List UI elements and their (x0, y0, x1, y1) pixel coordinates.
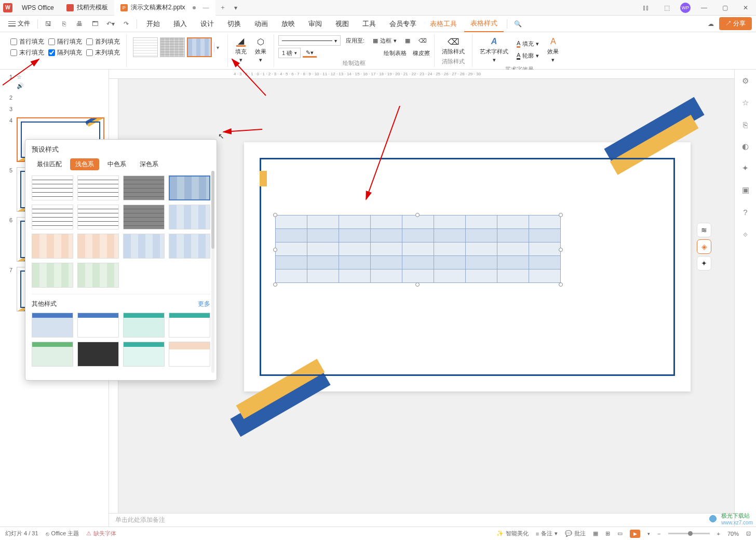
comments-button[interactable]: 💬 批注 (565, 530, 586, 537)
menu-review[interactable]: 审阅 (302, 16, 328, 32)
fill-button[interactable]: ◢ 填充▾ (232, 35, 250, 64)
eraser-button[interactable]: ⌫ (415, 36, 430, 45)
table-style-thumb-2[interactable] (160, 37, 185, 57)
theme-button[interactable]: ⎋ Office 主题 (46, 530, 79, 537)
close-button[interactable]: ✕ (735, 0, 756, 16)
draw-table-button[interactable]: ▦ (402, 36, 413, 45)
preset-style[interactable] (123, 234, 165, 259)
other-style[interactable] (123, 313, 165, 338)
reading-mode-icon[interactable]: ⫿⫿ (636, 0, 656, 16)
other-style[interactable] (32, 342, 73, 367)
line-style-select[interactable]: ▾ (278, 35, 341, 46)
popup-scroll-thumb[interactable] (211, 171, 214, 249)
sidebar-clipboard-icon[interactable]: ⎘ (739, 118, 752, 131)
menu-tools[interactable]: 工具 (356, 16, 382, 32)
line-weight-select[interactable]: 1 磅 ▾ (278, 48, 301, 58)
redo-icon[interactable]: ↷ (119, 17, 133, 31)
notes-button[interactable]: ≡ 备注 ▾ (536, 530, 558, 537)
selection-handle[interactable] (273, 248, 277, 252)
selection-handle[interactable] (273, 213, 277, 217)
other-style[interactable] (32, 313, 73, 338)
slide-thumb-2[interactable]: 2 (4, 95, 104, 101)
menu-design[interactable]: 设计 (194, 16, 220, 32)
preset-style[interactable] (77, 263, 119, 288)
print-preview-icon[interactable]: 🗔 (88, 17, 102, 31)
sidebar-star-icon[interactable]: ☆ (739, 97, 752, 109)
save-icon[interactable]: 🖫 (41, 17, 56, 31)
other-style[interactable] (123, 342, 165, 367)
selection-handle[interactable] (559, 213, 563, 217)
preset-style[interactable] (123, 176, 165, 200)
undo-icon[interactable]: ↶▾ (103, 17, 118, 31)
cloud-sync-icon[interactable]: ☁ (704, 17, 718, 31)
notes-area[interactable]: 单击此处添加备注 (109, 513, 734, 526)
zoom-in-button[interactable]: + (717, 531, 720, 537)
magic-icon[interactable]: ✦ (697, 256, 711, 271)
share-button[interactable]: ↗ 分享 (719, 17, 752, 30)
check-last-row[interactable]: 末行填充 (10, 48, 44, 57)
preset-style[interactable] (32, 205, 73, 230)
border-button[interactable]: ▦ 边框 ▾ (370, 36, 400, 46)
sidebar-image-icon[interactable]: ▣ (739, 184, 752, 196)
preset-style-selected[interactable] (169, 176, 210, 200)
search-icon[interactable]: 🔍 (510, 17, 525, 31)
sidebar-palette-icon[interactable]: ◐ (739, 140, 752, 153)
style-icon[interactable]: ◈ (697, 239, 711, 254)
preset-style[interactable] (169, 234, 210, 259)
text-outline-button[interactable]: A 轮廓▾ (514, 51, 542, 61)
open-icon[interactable]: ⎘ (57, 17, 71, 31)
check-first-col[interactable]: 首列填充 (86, 37, 120, 46)
menu-animation[interactable]: 动画 (248, 16, 274, 32)
check-alt-col[interactable]: 隔列填充 (48, 48, 82, 57)
sidebar-toolbox-icon[interactable]: ✦ (739, 162, 752, 174)
text-effect-button[interactable]: A 效果▾ (544, 35, 562, 64)
slide-thumb-3[interactable]: 3 (4, 106, 104, 112)
sidebar-help-icon[interactable]: ? (739, 206, 752, 218)
layers-icon[interactable]: ≋ (697, 223, 711, 237)
cube-icon[interactable]: ⬚ (656, 0, 677, 16)
selection-handle[interactable] (415, 282, 420, 287)
menu-start[interactable]: 开始 (140, 16, 166, 32)
tab-close-icon[interactable]: — (203, 4, 209, 11)
preset-style[interactable] (32, 234, 73, 259)
slideshow-button[interactable]: ▶ (630, 530, 640, 538)
selection-handle[interactable] (273, 282, 277, 287)
selection-handle[interactable] (415, 213, 420, 217)
style-dropdown-icon[interactable]: ▾ (214, 43, 221, 52)
more-link[interactable]: 更多 (198, 300, 210, 308)
selection-handle[interactable] (559, 282, 563, 287)
menu-transition[interactable]: 切换 (221, 16, 247, 32)
new-tab-button[interactable]: ＋ (215, 3, 230, 12)
preset-style[interactable] (32, 176, 73, 200)
preset-style[interactable] (169, 205, 210, 230)
slideshow-dropdown-icon[interactable]: ▾ (647, 531, 650, 536)
preset-style[interactable] (77, 234, 119, 259)
style-tab-best[interactable]: 最佳匹配 (32, 158, 67, 170)
preset-style[interactable] (77, 205, 119, 230)
check-first-row[interactable]: 首行填充 (10, 37, 44, 46)
user-avatar[interactable]: WP (680, 3, 691, 13)
preset-style[interactable] (77, 176, 119, 200)
menu-table-style[interactable]: 表格样式 (464, 16, 504, 32)
slide-canvas[interactable]: ≋ ◈ ✦ (244, 142, 691, 392)
tab-dropdown-icon[interactable]: ▾ (230, 4, 241, 11)
menu-slideshow[interactable]: 放映 (275, 16, 301, 32)
preset-style[interactable] (123, 205, 165, 230)
menu-table-tools[interactable]: 表格工具 (424, 16, 463, 32)
style-tab-medium[interactable]: 中色系 (102, 158, 131, 170)
slide-thumb-1[interactable]: 1 ☆🔊 (4, 74, 104, 89)
other-style[interactable] (77, 313, 119, 338)
clear-style-button[interactable]: ⌫ 清除样式 (439, 35, 468, 57)
selection-handle[interactable] (559, 248, 563, 252)
app-name-tab[interactable]: WPS Office (16, 0, 60, 16)
tab-document[interactable]: P 演示文稿素材2.pptx — (114, 0, 215, 16)
sidebar-settings-icon[interactable]: ⚙ (739, 75, 752, 87)
wordart-style-button[interactable]: A 艺术字样式▾ (477, 35, 511, 64)
table-style-thumb-3[interactable] (187, 37, 212, 57)
ai-beautify-button[interactable]: ✨ 智能美化 (496, 530, 529, 537)
view-reading-icon[interactable]: ▭ (617, 530, 623, 537)
zoom-slider[interactable] (668, 533, 710, 534)
missing-fonts-button[interactable]: ⚠ 缺失字体 (86, 530, 116, 537)
maximize-button[interactable]: ▢ (714, 0, 735, 16)
style-tab-light[interactable]: 浅色系 (70, 158, 99, 170)
